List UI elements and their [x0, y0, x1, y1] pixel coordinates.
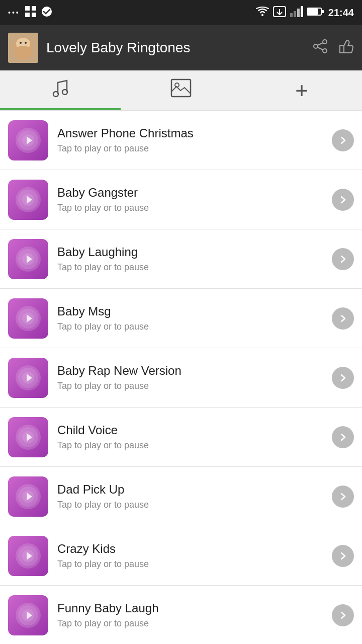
svg-point-32: [18, 190, 38, 210]
song-subtitle-5: Tap to play or to pause: [57, 440, 323, 451]
tab-image[interactable]: [121, 70, 241, 110]
svg-point-47: [22, 609, 34, 621]
song-info-2: Baby Laughing Tap to play or to pause: [48, 245, 332, 273]
song-title-7: Crazy Kids: [57, 542, 323, 556]
svg-rect-14: [322, 10, 324, 13]
song-info-5: Child Voice Tap to play or to pause: [48, 423, 332, 451]
song-thumb-0: [8, 120, 48, 160]
wifi-icon: [256, 7, 269, 19]
svg-point-20: [14, 46, 32, 60]
svg-point-46: [18, 605, 38, 625]
song-item-7[interactable]: Crazy Kids Tap to play or to pause: [0, 526, 362, 586]
song-subtitle-8: Tap to play or to pause: [57, 618, 323, 629]
song-info-0: Answer Phone Christmas Tap to play or to…: [48, 126, 332, 154]
song-info-3: Baby Msg Tap to play or to pause: [48, 304, 332, 332]
song-thumb-7: [8, 536, 48, 576]
song-subtitle-6: Tap to play or to pause: [57, 500, 323, 510]
grid-icon: [25, 6, 36, 19]
song-info-4: Baby Rap New Version Tap to play or to p…: [48, 364, 332, 391]
add-tab-icon: +: [295, 78, 308, 103]
svg-point-37: [22, 312, 34, 325]
svg-point-41: [22, 431, 34, 443]
song-item-1[interactable]: Baby Gangster Tap to play or to pause: [0, 170, 362, 229]
svg-rect-0: [25, 6, 30, 11]
song-info-8: Funny Baby Laugh Tap to play or to pause: [48, 601, 332, 629]
svg-point-23: [314, 44, 318, 48]
svg-rect-2: [25, 13, 30, 17]
svg-point-39: [22, 372, 34, 384]
status-right: 21:44: [256, 6, 354, 20]
song-title-1: Baby Gangster: [57, 186, 323, 200]
song-title-6: Dad Pick Up: [57, 482, 323, 497]
app-header: Lovely Baby Ringtones: [0, 25, 362, 70]
song-subtitle-2: Tap to play or to pause: [57, 262, 323, 273]
song-subtitle-7: Tap to play or to pause: [57, 559, 323, 570]
tab-music[interactable]: [0, 70, 121, 110]
svg-point-33: [22, 194, 34, 206]
tab-add[interactable]: +: [241, 70, 362, 110]
image-tab-icon: [170, 78, 192, 102]
song-subtitle-3: Tap to play or to pause: [57, 321, 323, 332]
song-title-3: Baby Msg: [57, 304, 323, 318]
song-title-5: Child Voice: [57, 423, 323, 437]
song-item-4[interactable]: Baby Rap New Version Tap to play or to p…: [0, 348, 362, 408]
svg-rect-3: [32, 13, 36, 17]
status-bar: •••: [0, 0, 362, 25]
svg-rect-10: [297, 9, 300, 17]
song-info-6: Dad Pick Up Tap to play or to pause: [48, 482, 332, 510]
song-title-0: Answer Phone Christmas: [57, 126, 323, 140]
song-item-6[interactable]: Dad Pick Up Tap to play or to pause: [0, 467, 362, 526]
clock: 21:44: [328, 7, 354, 19]
signal-icon: [290, 6, 303, 20]
song-item-2[interactable]: Baby Laughing Tap to play or to pause: [0, 229, 362, 289]
song-arrow-2[interactable]: [332, 248, 354, 270]
song-item-8[interactable]: Funny Baby Laugh Tap to play or to pause: [0, 586, 362, 644]
song-arrow-8[interactable]: [332, 604, 354, 626]
share-button[interactable]: [313, 39, 328, 57]
svg-point-26: [53, 92, 58, 97]
song-item-5[interactable]: Child Voice Tap to play or to pause: [0, 408, 362, 467]
svg-point-38: [18, 368, 38, 388]
song-thumb-6: [8, 476, 48, 517]
like-button[interactable]: [338, 39, 354, 57]
app-title: Lovely Baby Ringtones: [46, 40, 305, 56]
svg-point-30: [18, 130, 38, 150]
song-arrow-3[interactable]: [332, 307, 354, 330]
svg-point-36: [18, 308, 38, 329]
svg-rect-8: [290, 13, 293, 17]
song-item-3[interactable]: Baby Msg Tap to play or to pause: [0, 289, 362, 348]
song-thumb-5: [8, 417, 48, 457]
battery-icon: [307, 7, 324, 19]
song-arrow-6[interactable]: [332, 486, 354, 508]
song-info-1: Baby Gangster Tap to play or to pause: [48, 186, 332, 213]
song-title-2: Baby Laughing: [57, 245, 323, 259]
song-subtitle-4: Tap to play or to pause: [57, 381, 323, 391]
tab-bar: +: [0, 70, 362, 111]
svg-point-40: [18, 427, 38, 447]
svg-rect-9: [294, 11, 296, 17]
song-arrow-0[interactable]: [332, 129, 354, 151]
song-thumb-1: [8, 180, 48, 220]
song-subtitle-0: Tap to play or to pause: [57, 143, 323, 154]
svg-point-44: [18, 546, 38, 566]
svg-rect-1: [32, 6, 36, 11]
song-item-0[interactable]: Answer Phone Christmas Tap to play or to…: [0, 111, 362, 170]
svg-point-18: [20, 42, 22, 44]
svg-point-34: [18, 249, 38, 269]
song-title-8: Funny Baby Laugh: [57, 601, 323, 615]
song-arrow-4[interactable]: [332, 367, 354, 389]
svg-point-35: [22, 253, 34, 265]
song-subtitle-1: Tap to play or to pause: [57, 203, 323, 213]
song-thumb-3: [8, 298, 48, 339]
svg-rect-13: [308, 9, 318, 15]
svg-line-25: [318, 47, 323, 50]
song-title-4: Baby Rap New Version: [57, 364, 323, 378]
song-thumb-8: [8, 595, 48, 635]
check-icon: [41, 6, 52, 19]
svg-point-19: [25, 42, 27, 44]
svg-point-43: [22, 491, 34, 503]
song-arrow-5[interactable]: [332, 426, 354, 448]
song-arrow-7[interactable]: [332, 545, 354, 567]
song-arrow-1[interactable]: [332, 189, 354, 211]
app-avatar: [8, 33, 38, 63]
